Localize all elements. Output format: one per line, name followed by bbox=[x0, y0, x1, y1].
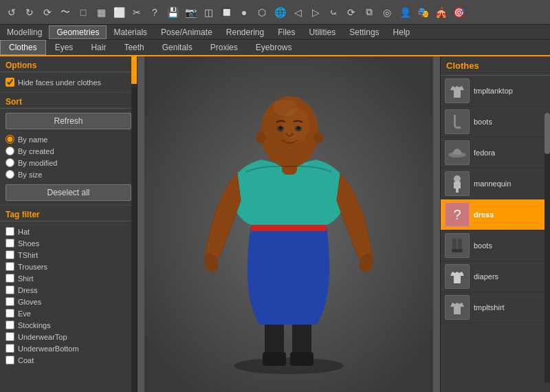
deselect-all-button[interactable]: Deselect all bbox=[6, 184, 131, 201]
svg-rect-24 bbox=[457, 249, 463, 252]
tag-filter-section: Hat Shoes TShirt Trousers Shirt Dress bbox=[0, 221, 137, 392]
camera-icon[interactable]: 📷 bbox=[182, 4, 199, 21]
tag-underwear-top-checkbox[interactable] bbox=[6, 332, 14, 341]
tab-proxies[interactable]: Proxies bbox=[201, 40, 247, 55]
curve-icon[interactable]: 〜 bbox=[57, 4, 74, 21]
tag-underwear-bottom-checkbox[interactable] bbox=[6, 344, 14, 353]
mask-icon[interactable]: 🎭 bbox=[415, 4, 431, 21]
tag-dress[interactable]: Dress bbox=[6, 284, 131, 296]
tag-shoes[interactable]: Shoes bbox=[6, 237, 131, 249]
tag-tshirt-checkbox[interactable] bbox=[6, 250, 14, 259]
tag-trousers-checkbox[interactable] bbox=[6, 262, 14, 271]
tag-hat-checkbox[interactable] bbox=[6, 227, 14, 236]
left-scrollbar-thumb[interactable] bbox=[131, 56, 137, 84]
clothes-item-tmpltanktop[interactable]: tmpltanktop bbox=[441, 76, 550, 107]
menu-files[interactable]: Files bbox=[271, 26, 302, 39]
tag-tshirt[interactable]: TShirt bbox=[6, 249, 131, 261]
right-scrollbar-thumb[interactable] bbox=[544, 113, 550, 154]
tag-shirt-checkbox[interactable] bbox=[6, 274, 14, 283]
sort-by-created[interactable]: By created bbox=[6, 145, 131, 157]
svg-point-16 bbox=[279, 127, 282, 129]
undo-icon[interactable]: ↺ bbox=[3, 4, 20, 21]
tab-genitals[interactable]: Genitals bbox=[153, 40, 201, 55]
sort-created-radio[interactable] bbox=[6, 146, 14, 155]
menu-utilities[interactable]: Utilities bbox=[302, 26, 343, 39]
next-icon[interactable]: ▷ bbox=[307, 4, 324, 21]
tag-eve-checkbox[interactable] bbox=[6, 309, 14, 318]
tag-hat[interactable]: Hat bbox=[6, 226, 131, 237]
frame-icon[interactable]: 🔲 bbox=[218, 4, 234, 21]
layers-icon[interactable]: ⧉ bbox=[361, 4, 377, 21]
clothes-item-fedora[interactable]: fedora bbox=[441, 138, 550, 168]
tag-underwear-top[interactable]: UnderwearTop bbox=[6, 331, 131, 342]
menu-settings[interactable]: Settings bbox=[342, 26, 386, 39]
refresh-button[interactable]: Refresh bbox=[6, 113, 131, 129]
tab-eyebrows[interactable]: Eyebrows bbox=[247, 40, 301, 55]
right-scrollbar[interactable] bbox=[544, 113, 550, 382]
tag-shirt[interactable]: Shirt bbox=[6, 272, 131, 284]
hex-icon[interactable]: ⬡ bbox=[254, 4, 270, 21]
left-scrollbar[interactable] bbox=[131, 56, 137, 392]
tag-trousers[interactable]: Trousers bbox=[6, 261, 131, 272]
tag-dress-checkbox[interactable] bbox=[6, 285, 14, 294]
clothes-name-boots-2: boots bbox=[474, 241, 492, 250]
tag-eve[interactable]: Eve bbox=[6, 307, 131, 319]
menu-modelling[interactable]: Modelling bbox=[0, 26, 49, 39]
options-header: Options bbox=[0, 56, 137, 72]
sort-name-radio[interactable] bbox=[6, 135, 14, 144]
hide-faces-checkbox[interactable] bbox=[6, 78, 14, 87]
clothes-item-mannequin[interactable]: mannequin bbox=[441, 168, 550, 199]
target-icon[interactable]: ◎ bbox=[379, 4, 395, 21]
box-icon[interactable]: ⬜ bbox=[111, 4, 127, 21]
prev-icon[interactable]: ◁ bbox=[289, 4, 306, 21]
clothes-item-boots-2[interactable]: boots bbox=[441, 230, 550, 261]
menu-geometries[interactable]: Geometries bbox=[49, 25, 107, 39]
redo-icon[interactable]: ↻ bbox=[21, 4, 38, 21]
main-layout: Options Hide faces under clothes Sort Re… bbox=[0, 56, 550, 392]
cut-icon[interactable]: ✂ bbox=[129, 4, 145, 21]
tab-clothes[interactable]: Clothes bbox=[0, 40, 46, 55]
circle-icon[interactable]: ● bbox=[236, 4, 252, 21]
refresh-icon[interactable]: ⟳ bbox=[39, 4, 56, 21]
tag-stockings-checkbox[interactable] bbox=[6, 320, 14, 329]
help-icon[interactable]: ? bbox=[146, 4, 163, 21]
split-icon[interactable]: ◫ bbox=[200, 4, 217, 21]
sort-name-label: By name bbox=[18, 135, 47, 144]
rotate-icon[interactable]: ⤿ bbox=[325, 4, 342, 21]
grid-icon[interactable]: ▦ bbox=[93, 4, 109, 21]
tab-hair[interactable]: Hair bbox=[82, 40, 115, 55]
tag-shoes-checkbox[interactable] bbox=[6, 239, 14, 248]
circus-icon[interactable]: 🎪 bbox=[432, 4, 449, 21]
tab-teeth[interactable]: Teeth bbox=[115, 40, 153, 55]
clothes-item-diapers[interactable]: diapers bbox=[441, 261, 550, 292]
save-icon[interactable]: 💾 bbox=[164, 4, 181, 21]
bullseye-icon[interactable]: 🎯 bbox=[450, 4, 467, 21]
tag-gloves-checkbox[interactable] bbox=[6, 297, 14, 306]
menu-help[interactable]: Help bbox=[386, 26, 417, 39]
menu-pose-animate[interactable]: Pose/Animate bbox=[154, 26, 219, 39]
tag-stockings[interactable]: Stockings bbox=[6, 319, 131, 331]
sort-by-modified[interactable]: By modified bbox=[6, 157, 131, 168]
loop-icon[interactable]: ⟳ bbox=[343, 4, 360, 21]
clothes-item-dress[interactable]: ? dress bbox=[441, 199, 550, 230]
tag-coat-checkbox[interactable] bbox=[6, 356, 14, 364]
person-icon[interactable]: 👤 bbox=[397, 4, 413, 21]
clothes-item-tmpltshirt[interactable]: tmpltshirt bbox=[441, 292, 550, 323]
tag-hat-label: Hat bbox=[18, 228, 30, 236]
square-icon[interactable]: □ bbox=[75, 4, 91, 21]
clothes-item-boots-1[interactable]: boots bbox=[441, 107, 550, 138]
tag-coat[interactable]: Coat bbox=[6, 354, 131, 366]
hide-faces-option[interactable]: Hide faces under clothes bbox=[6, 76, 131, 88]
tag-underwear-bottom[interactable]: UnderwearBottom bbox=[6, 342, 131, 354]
sort-by-size[interactable]: By size bbox=[6, 168, 131, 180]
sort-size-radio[interactable] bbox=[6, 170, 14, 179]
tag-dress-label: Dress bbox=[18, 286, 38, 294]
viewport[interactable] bbox=[138, 56, 440, 392]
globe-icon[interactable]: 🌐 bbox=[272, 4, 288, 21]
sort-modified-radio[interactable] bbox=[6, 158, 14, 167]
menu-rendering[interactable]: Rendering bbox=[219, 26, 271, 39]
tab-eyes[interactable]: Eyes bbox=[46, 40, 82, 55]
menu-materials[interactable]: Materials bbox=[107, 26, 154, 39]
tag-gloves[interactable]: Gloves bbox=[6, 296, 131, 307]
sort-by-name[interactable]: By name bbox=[6, 133, 131, 145]
